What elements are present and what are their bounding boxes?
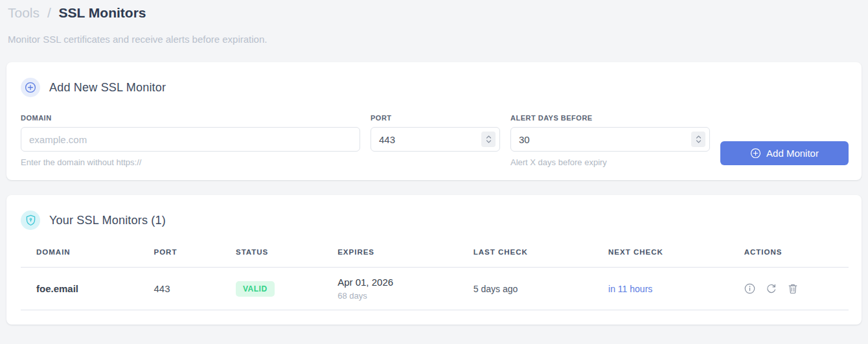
header-next-check: NEXT CHECK [593,246,729,268]
monitors-card-title: Your SSL Monitors (1) [49,214,166,227]
breadcrumb-separator: / [47,5,51,20]
info-button[interactable] [744,283,755,294]
ssl-monitors-page: Tools / SSL Monitors Monitor SSL certifi… [0,0,868,325]
monitor-next-check: in 11 hours [593,268,729,310]
delete-button[interactable] [788,283,798,294]
monitors-table: DOMAIN PORT STATUS EXPIRES LAST CHECK NE… [21,246,849,310]
monitor-expires-days: 68 days [337,291,458,301]
domain-helper-text: Enter the domain without https:// [21,157,360,167]
domain-field-group: DOMAIN Enter the domain without https:// [21,114,360,167]
status-badge: VALID [236,281,275,297]
refresh-button[interactable] [766,283,777,294]
header-port: PORT [138,246,220,268]
add-monitor-button-label: Add Monitor [766,148,819,159]
chevron-up-down-icon [486,135,492,143]
monitor-last-check: 5 days ago [458,268,593,310]
header-domain: DOMAIN [21,246,138,268]
page-title: SSL Monitors [59,5,146,20]
breadcrumb: Tools / SSL Monitors [6,3,862,21]
alert-days-stepper[interactable] [691,132,705,147]
port-stepper[interactable] [481,132,496,147]
add-monitor-button[interactable]: Add Monitor [720,141,849,165]
alert-days-helper-text: Alert X days before expiry [510,157,710,167]
add-monitor-card-header: Add New SSL Monitor [21,78,849,97]
table-row: foe.email 443 VALID Apr 01, 2026 68 days… [21,268,849,310]
alert-days-label: ALERT DAYS BEFORE [510,114,710,122]
header-last-check: LAST CHECK [458,246,593,268]
plus-circle-icon [21,78,40,97]
table-header-row: DOMAIN PORT STATUS EXPIRES LAST CHECK NE… [21,246,849,268]
add-monitor-card: Add New SSL Monitor DOMAIN Enter the dom… [6,62,862,180]
port-field-group: PORT [371,114,500,152]
add-monitor-card-title: Add New SSL Monitor [49,81,166,95]
monitors-list-card: Your SSL Monitors (1) DOMAIN PORT STATUS… [6,195,862,325]
trash-icon [788,283,798,294]
port-input[interactable] [371,127,500,152]
monitor-expires-date: Apr 01, 2026 [337,277,458,288]
monitors-card-header: Your SSL Monitors (1) [21,211,849,230]
page-subtitle: Monitor SSL certificates and receive ale… [8,34,862,45]
breadcrumb-tools-link[interactable]: Tools [8,5,40,20]
header-status: STATUS [220,246,322,268]
shield-lock-icon [21,211,40,230]
domain-label: DOMAIN [21,114,360,122]
plus-circle-icon [750,148,761,159]
row-actions [744,283,849,294]
header-expires: EXPIRES [322,246,458,268]
monitor-port: 443 [138,268,220,310]
port-label: PORT [371,114,500,122]
monitor-domain: foe.email [21,268,138,310]
info-icon [744,283,755,294]
refresh-icon [766,283,777,294]
domain-input[interactable] [21,127,360,152]
monitors-table-wrap: DOMAIN PORT STATUS EXPIRES LAST CHECK NE… [21,246,849,310]
add-monitor-form: DOMAIN Enter the domain without https://… [21,114,849,167]
chevron-up-down-icon [696,135,702,143]
alert-days-input[interactable] [510,127,710,152]
alert-days-field-group: ALERT DAYS BEFORE Alert X days before ex… [510,114,710,167]
header-actions: ACTIONS [729,246,849,268]
